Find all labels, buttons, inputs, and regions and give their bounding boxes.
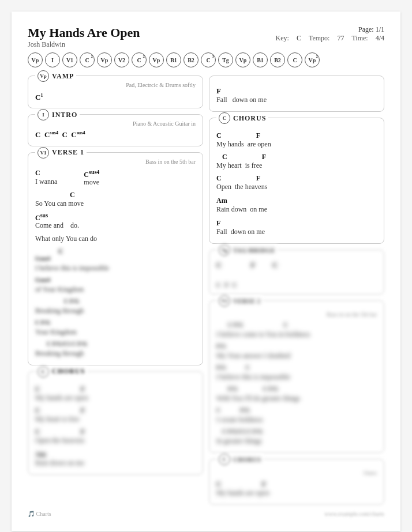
chorus-chord3a: C — [216, 175, 222, 183]
song-title: My Hands Are Open — [28, 25, 140, 40]
chorus-chord5: F — [216, 219, 220, 227]
verse1-line1: C I wanna Csus4 move — [35, 169, 196, 187]
chorus-lyric2: My heart is free — [216, 161, 377, 170]
chorus2-badge-blurred: C — [38, 366, 49, 378]
chorus2-label-blurred: C CHORUS — [35, 366, 87, 378]
nav-c[interactable]: C — [287, 52, 302, 67]
main-columns: Vp VAMP Pad, Electrcic & Drums softly C1… — [28, 76, 384, 505]
verse1-lyric4: What only You can do — [35, 235, 196, 243]
chorus-lyric3: Open the heavens — [216, 183, 377, 191]
blurred-content1: C F C C F C — [216, 261, 377, 288]
chorus-line3: C F Open the heavens — [216, 175, 377, 191]
verse1-note: Bass in on the 5th bar — [35, 159, 196, 165]
header: My Hands Are Open Josh Baldwin Page: 1/1… — [28, 25, 384, 49]
chorus2-content-blurred: CF My hands are open CF My heart is free… — [35, 386, 196, 467]
song-meta: Key: C Tempo: 77 Time: 4/4 — [270, 34, 384, 43]
chorus-lyric4: Rain down on me — [216, 205, 377, 214]
chorus-chord1a: C — [216, 132, 222, 140]
vamp-badge: Vp — [38, 70, 49, 82]
app-name: 🎵 Charts — [28, 511, 51, 517]
verse1-label: V1 VERSE 1 — [35, 147, 87, 159]
time-label: Time: — [351, 34, 368, 42]
chorus-chord3b: F — [256, 175, 260, 183]
page: My Hands Are Open Josh Baldwin Page: 1/1… — [12, 12, 400, 531]
navigation-circles: Vp I V1 C2 Vp V2 C2 Vp B1 B2 C3 Tg Vp B1… — [28, 52, 384, 67]
vamp-right-chord: F — [216, 86, 377, 96]
nav-v1[interactable]: V1 — [62, 52, 77, 67]
verse1-line2: C So You can move — [35, 191, 196, 208]
vamp-title: VAMP — [52, 72, 74, 81]
chorus-lyric5: Fall down on me — [216, 228, 377, 236]
chorus2-section-blurred: C CHORUS CF My hands are open CF — [28, 371, 203, 475]
nav-tg[interactable]: Tg — [218, 52, 233, 67]
chorus-line4: Am Rain down on me — [216, 196, 377, 214]
verse1-line3: Csus Come and do. — [35, 213, 196, 230]
verse1-line4: What only You can do — [35, 235, 196, 243]
nav-vp2[interactable]: Vp — [97, 52, 112, 67]
nav-b1b[interactable]: B1 — [253, 52, 268, 67]
nav-vp3[interactable]: Vp — [149, 52, 164, 67]
blurred-section2: V2 VERSE 2 Bass in on the 5th bar C F/G … — [209, 300, 384, 453]
blurred-content3: C F My hands are open — [216, 481, 377, 497]
verse1-lyric2: So You can move — [35, 199, 196, 208]
intro-title: INTRO — [52, 111, 77, 119]
right-column: F Fall down on me C CHORUS C F My h — [209, 76, 384, 505]
nav-b1a[interactable]: B1 — [166, 52, 181, 67]
vamp-right-lyric: Fall down on me — [216, 96, 377, 104]
chorus-chord1b: F — [256, 132, 260, 140]
vamp-chords: C1 — [35, 93, 196, 102]
nav-b2a[interactable]: B2 — [183, 52, 198, 67]
chorus-chord2a: C — [222, 153, 227, 161]
page-info: Page: 1/1 — [270, 25, 384, 34]
intro-label: I INTRO — [35, 109, 80, 120]
chorus-chord4: Am — [216, 197, 227, 205]
nav-vp2-last[interactable]: Vp2 — [305, 52, 320, 67]
chorus-line1: C F My hands are open — [216, 132, 377, 149]
verse1-section: V1 VERSE 1 Bass in on the 5th bar C I wa… — [28, 152, 203, 365]
chorus-chord2b: F — [233, 153, 266, 161]
verse1-badge: V1 — [38, 147, 49, 159]
nav-i[interactable]: I — [45, 52, 60, 67]
intro-chord-row: C Csus4 C Csus4 — [35, 130, 196, 139]
tempo-label: Tempo: — [309, 34, 330, 42]
verse1-title: VERSE 1 — [52, 148, 84, 157]
chorus2-title-blurred: CHORUS — [52, 367, 85, 376]
meta-block: Page: 1/1 Key: C Tempo: 77 Time: 4/4 — [270, 25, 384, 43]
nav-vp4[interactable]: Vp — [235, 52, 250, 67]
vamp-chord: C1 — [35, 93, 196, 102]
nav-v2[interactable]: V2 — [114, 52, 129, 67]
title-block: My Hands Are Open Josh Baldwin — [28, 25, 140, 49]
intro-chords: C Csus4 C Csus4 — [35, 130, 196, 139]
verse1-chord3: C — [70, 191, 75, 199]
vamp-right-box: F Fall down on me — [209, 76, 384, 112]
artist-name: Josh Baldwin — [28, 40, 140, 49]
intro-badge: I — [38, 109, 49, 120]
footer: 🎵 Charts www.example.com/charts — [28, 511, 384, 517]
vamp-note: Pad, Electrcic & Drums softly — [35, 82, 196, 88]
chorus-line5: F Fall down on me — [216, 218, 377, 236]
intro-section: I INTRO Piano & Acoustic Guitar in C Csu… — [28, 114, 203, 146]
blurred-section1: Tg TAG/BRIDGE C F C C F C — [209, 250, 384, 295]
chorus-badge: C — [219, 112, 230, 124]
vamp-right-chords: F Fall down on me — [216, 86, 377, 104]
chorus-line2: C F My heart is free — [216, 153, 377, 170]
nav-vp1[interactable]: Vp — [28, 52, 43, 67]
chorus-title: CHORUS — [233, 114, 266, 123]
chorus-label: C CHORUS — [216, 112, 268, 124]
left-column: Vp VAMP Pad, Electrcic & Drums softly C1… — [28, 76, 203, 505]
v1-blur1: C Gsus4 I believe this is impossible — [35, 248, 196, 273]
blurred-section3: C CHORUS Outro C F My hands are open — [209, 459, 384, 505]
verse1-chord2: Csus4 move — [84, 169, 99, 187]
chorus-section: C CHORUS C F My hands are open C — [209, 118, 384, 244]
nav-c3[interactable]: C3 — [201, 52, 216, 67]
verse1-chord1: C I wanna — [35, 169, 57, 187]
intro-note: Piano & Acoustic Guitar in — [35, 120, 196, 127]
nav-c2a[interactable]: C2 — [80, 52, 95, 67]
nav-c2b[interactable]: C2 — [132, 52, 147, 67]
key-label: Key: — [276, 34, 289, 42]
vamp-section: Vp VAMP Pad, Electrcic & Drums softly C1 — [28, 76, 203, 108]
tempo-value: 77 — [337, 34, 344, 42]
time-value: 4/4 — [376, 34, 384, 42]
nav-b2b[interactable]: B2 — [270, 52, 285, 67]
verse1-blurred: C Gsus4 I believe this is impossible Gsu… — [35, 248, 196, 358]
